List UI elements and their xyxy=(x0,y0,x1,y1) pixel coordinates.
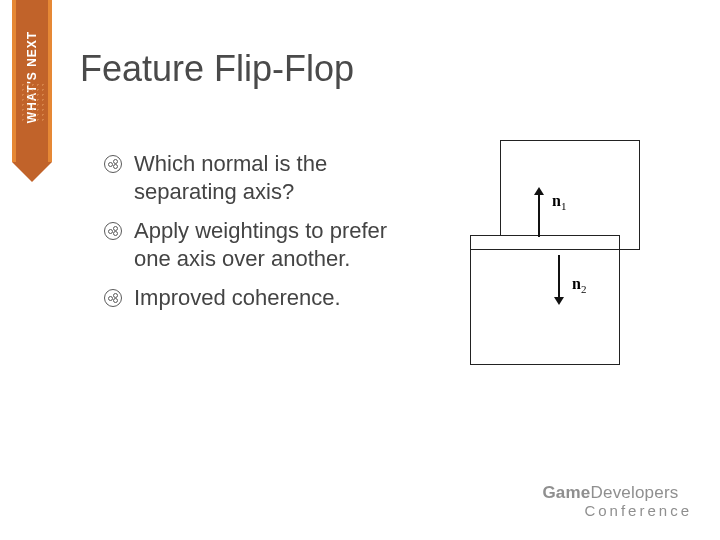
overlap-edge xyxy=(470,249,620,250)
logo-conference: Conference xyxy=(542,503,692,518)
gdc-logo: GameDevelopers Conference xyxy=(542,484,692,518)
box-bottom xyxy=(470,235,620,365)
bullet-icon xyxy=(104,289,122,307)
list-item: Improved coherence. xyxy=(104,284,404,312)
bullet-text: Which normal is the separating axis? xyxy=(134,150,404,205)
arrow-n2 xyxy=(558,255,560,297)
logo-developers: Developers xyxy=(591,483,679,502)
bullet-text: Improved coherence. xyxy=(134,284,341,312)
bullet-icon xyxy=(104,155,122,173)
logo-game: Game xyxy=(542,483,590,502)
slide-title: Feature Flip-Flop xyxy=(80,48,354,90)
whats-next-ribbon: WHAT'S NEXT xyxy=(12,0,52,182)
bullet-list: Which normal is the separating axis? App… xyxy=(104,150,404,324)
separating-axis-diagram: n1 n2 xyxy=(460,140,660,390)
label-n1: n1 xyxy=(552,192,566,212)
bullet-icon xyxy=(104,222,122,240)
label-n2: n2 xyxy=(572,275,586,295)
arrow-n1 xyxy=(538,195,540,237)
list-item: Which normal is the separating axis? xyxy=(104,150,404,205)
bullet-text: Apply weightings to prefer one axis over… xyxy=(134,217,404,272)
list-item: Apply weightings to prefer one axis over… xyxy=(104,217,404,272)
box-top xyxy=(500,140,640,250)
